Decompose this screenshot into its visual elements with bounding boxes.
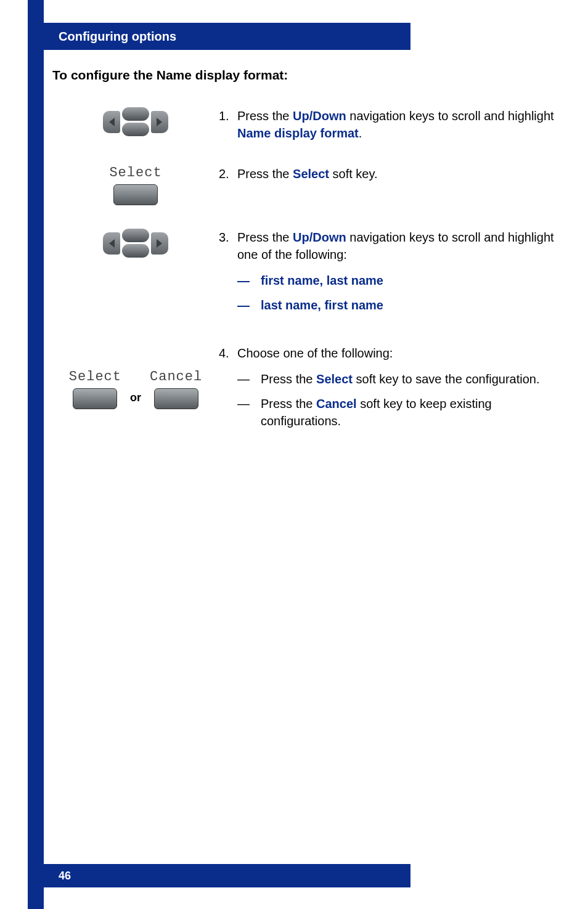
dash-icon: — (237, 272, 261, 289)
step-1: 1. Press the Up/Down navigation keys to … (52, 107, 558, 142)
left-sidebar-stripe (28, 0, 44, 909)
navpad-icon (103, 107, 168, 136)
nav-updown-icon (122, 107, 149, 136)
chapter-title: Configuring options (59, 30, 176, 44)
step-body: Press the Up/Down navigation keys to scr… (237, 229, 558, 321)
nav-updown-icon (122, 229, 149, 258)
select-softkey-icon: Select (69, 369, 121, 409)
steps-list: 1. Press the Up/Down navigation keys to … (52, 107, 558, 437)
or-label: or (130, 391, 141, 409)
softkey-label-select: Select (109, 165, 161, 181)
step-body: Press the Select soft key. (237, 165, 558, 182)
updown-link: Up/Down (293, 230, 346, 244)
choice-select: — Press the Select soft key to save the … (237, 370, 558, 388)
step-2: Select 2. Press the Select soft key. (52, 165, 558, 205)
step-number: 3. (219, 229, 237, 321)
step-3-text: 3. Press the Up/Down navigation keys to … (219, 229, 558, 321)
dash-icon: — (237, 395, 261, 430)
select-or-cancel-icon: Select or Cancel (69, 369, 202, 409)
step-body: Press the Up/Down navigation keys to scr… (237, 107, 558, 142)
select-link: Select (316, 372, 353, 386)
nav-right-icon (151, 111, 168, 133)
cancel-link: Cancel (316, 397, 357, 410)
nav-right-icon (151, 232, 168, 255)
cancel-softkey-icon: Cancel (150, 369, 202, 409)
step-4-image: Select or Cancel (52, 344, 219, 409)
page-content: To configure the Name display format: 1.… (52, 68, 558, 437)
dash-icon: — (237, 370, 261, 388)
step-body: Choose one of the following: — Press the… (237, 344, 558, 437)
softkey-button-icon (154, 388, 198, 409)
softkey-label-select: Select (69, 369, 121, 385)
softkey-button-icon (73, 388, 117, 409)
dash-icon: — (237, 296, 261, 314)
section-title: To configure the Name display format: (52, 68, 558, 83)
page-number: 46 (59, 870, 71, 883)
select-softkey-icon: Select (109, 165, 161, 205)
step-number: 1. (219, 107, 237, 142)
step-2-image: Select (52, 165, 219, 205)
option-list: — first name, last name — last name, fir… (237, 272, 558, 314)
softkey-label-cancel: Cancel (150, 369, 202, 385)
option-first-last: — first name, last name (237, 272, 558, 289)
softkey-button-icon (113, 184, 158, 205)
navpad-icon (103, 229, 168, 258)
step-3-image (52, 229, 219, 258)
step-number: 4. (219, 344, 237, 437)
nav-left-icon (103, 232, 120, 255)
page-footer: 46 (44, 864, 410, 887)
name-display-format-link: Name display format (237, 126, 359, 140)
chapter-header: Configuring options (44, 23, 410, 50)
step-3: 3. Press the Up/Down navigation keys to … (52, 229, 558, 321)
nav-left-icon (103, 111, 120, 133)
step-1-text: 1. Press the Up/Down navigation keys to … (219, 107, 558, 142)
option-last-first: — last name, first name (237, 296, 558, 314)
step-4-text: 4. Choose one of the following: — Press … (219, 344, 558, 437)
step-2-text: 2. Press the Select soft key. (219, 165, 558, 182)
updown-link: Up/Down (293, 109, 346, 123)
step-4: Select or Cancel 4. Choose one of the fo… (52, 344, 558, 437)
select-link: Select (293, 167, 329, 181)
choice-list: — Press the Select soft key to save the … (237, 370, 558, 430)
choice-cancel: — Press the Cancel soft key to keep exis… (237, 395, 558, 430)
step-1-image (52, 107, 219, 136)
step-number: 2. (219, 165, 237, 182)
